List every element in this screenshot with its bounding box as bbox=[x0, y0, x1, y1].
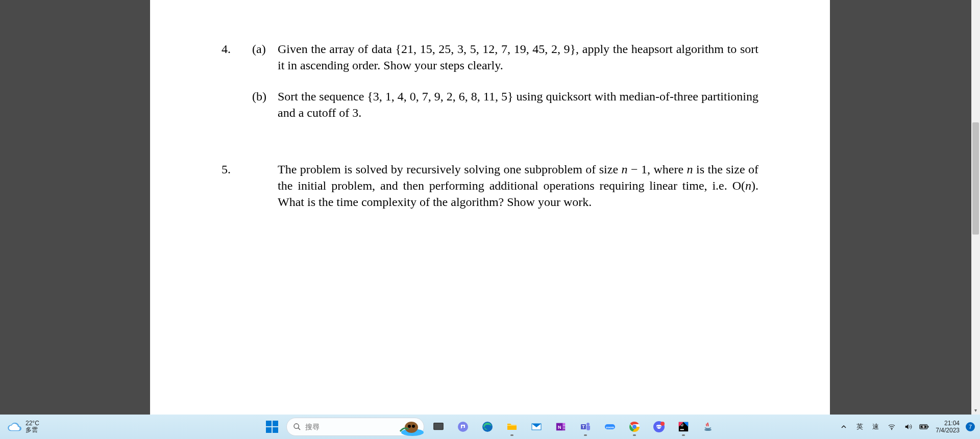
taskbar-clock[interactable]: 21:04 7/4/2023 bbox=[936, 420, 960, 434]
question-text: The problem is solved by recursively sol… bbox=[278, 161, 758, 211]
taskbar-weather-widget[interactable]: 22°C 多雲 bbox=[0, 420, 102, 434]
question-sublabel: (a) bbox=[252, 41, 278, 74]
svg-text:N: N bbox=[558, 425, 561, 430]
task-view-button[interactable] bbox=[428, 417, 449, 437]
clock-date: 7/4/2023 bbox=[936, 427, 960, 434]
svg-point-3 bbox=[405, 422, 418, 433]
weather-cloud-icon bbox=[7, 420, 21, 434]
scrollbar-thumb[interactable] bbox=[972, 122, 979, 235]
page-content: 4. (a) Given the array of data {21, 15, … bbox=[150, 0, 830, 211]
svg-point-9 bbox=[462, 426, 464, 428]
windows-taskbar: 22°C 多雲 bbox=[0, 415, 980, 439]
wifi-button[interactable] bbox=[887, 422, 897, 432]
onenote-icon: N bbox=[555, 421, 567, 432]
q5-var: n bbox=[622, 163, 628, 176]
q5-text-segment: − 1, where bbox=[628, 163, 687, 176]
svg-rect-35 bbox=[928, 426, 929, 427]
folder-icon bbox=[506, 421, 518, 433]
battery-button[interactable] bbox=[919, 422, 929, 432]
q5-var: n bbox=[687, 163, 693, 176]
taskbar-app-mail[interactable] bbox=[526, 417, 547, 437]
chevron-up-icon bbox=[841, 424, 847, 430]
question-4b-row: (b) Sort the sequence {3, 1, 4, 0, 7, 9,… bbox=[222, 88, 758, 121]
svg-text:zoom: zoom bbox=[606, 426, 614, 429]
q5-var: n bbox=[745, 179, 751, 192]
svg-rect-15 bbox=[563, 426, 566, 428]
svg-point-19 bbox=[586, 423, 590, 426]
teams-icon: T bbox=[579, 421, 592, 433]
taskbar-running-indicator bbox=[510, 434, 513, 436]
taskbar-center: N T zoom IJ bbox=[262, 417, 718, 437]
svg-point-4 bbox=[408, 425, 411, 428]
ime-language-indicator[interactable]: 英 bbox=[855, 422, 865, 431]
question-sublabel: (b) bbox=[252, 88, 278, 121]
speaker-icon bbox=[904, 423, 912, 431]
taskbar-app-file-explorer[interactable] bbox=[502, 417, 522, 437]
taskbar-app-discord[interactable] bbox=[649, 417, 669, 437]
svg-rect-7 bbox=[434, 423, 443, 430]
question-sublabel-empty bbox=[252, 161, 278, 211]
scrollbar-track[interactable] bbox=[971, 0, 980, 406]
question-text: Sort the sequence {3, 1, 4, 0, 7, 9, 2, … bbox=[278, 88, 758, 121]
wifi-icon bbox=[888, 423, 896, 431]
taskbar-app-intellij[interactable]: IJ bbox=[673, 417, 694, 437]
weather-condition: 多雲 bbox=[26, 427, 39, 433]
document-page: 4. (a) Given the array of data {21, 15, … bbox=[150, 0, 830, 415]
zoom-icon: zoom bbox=[604, 421, 616, 433]
question-5-row: 5. The problem is solved by recursively … bbox=[222, 161, 758, 211]
svg-point-33 bbox=[891, 429, 892, 430]
volume-button[interactable] bbox=[903, 422, 913, 432]
q5-text-segment: The problem is solved by recursively sol… bbox=[278, 163, 622, 176]
svg-rect-16 bbox=[563, 429, 566, 431]
weather-text: 22°C 多雲 bbox=[26, 420, 39, 433]
start-button[interactable] bbox=[262, 417, 282, 437]
taskbar-app-java[interactable] bbox=[698, 417, 718, 437]
taskbar-app-teams[interactable]: T bbox=[575, 417, 596, 437]
taskbar-app-zoom[interactable]: zoom bbox=[600, 417, 620, 437]
svg-line-1 bbox=[298, 428, 300, 430]
taskbar-running-indicator bbox=[682, 434, 685, 436]
mail-icon bbox=[530, 421, 543, 433]
svg-point-32 bbox=[704, 429, 712, 431]
svg-point-5 bbox=[412, 425, 415, 428]
discord-icon bbox=[653, 421, 665, 433]
taskbar-system-tray: 英 速 21:04 7/4/2023 7 bbox=[839, 420, 975, 434]
search-icon bbox=[293, 423, 301, 431]
svg-rect-31 bbox=[680, 429, 684, 430]
taskbar-app-chrome[interactable] bbox=[624, 417, 645, 437]
svg-text:T: T bbox=[582, 424, 585, 429]
intellij-icon: IJ bbox=[678, 421, 689, 432]
taskbar-app-edge[interactable] bbox=[477, 417, 498, 437]
edge-icon bbox=[481, 421, 494, 433]
question-text: Given the array of data {21, 15, 25, 3, … bbox=[278, 41, 758, 74]
scroll-down-arrow-icon[interactable]: ▾ bbox=[971, 406, 980, 415]
search-mascot-icon bbox=[398, 416, 425, 436]
ime-mode-indicator[interactable]: 速 bbox=[871, 422, 880, 431]
taskbar-app-onenote[interactable]: N bbox=[551, 417, 571, 437]
svg-rect-14 bbox=[563, 423, 566, 426]
question-number-empty bbox=[222, 88, 252, 121]
taskbar-search[interactable] bbox=[286, 418, 424, 436]
vertical-scrollbar[interactable]: ▾ bbox=[971, 0, 980, 415]
pdf-viewer-area: 4. (a) Given the array of data {21, 15, … bbox=[0, 0, 980, 415]
svg-point-26 bbox=[657, 426, 658, 427]
windows-logo-icon bbox=[266, 421, 278, 433]
svg-point-27 bbox=[659, 426, 660, 427]
taskbar-running-indicator bbox=[633, 434, 636, 436]
taskbar-running-indicator bbox=[584, 434, 587, 436]
task-view-icon bbox=[433, 421, 444, 432]
question-number: 5. bbox=[222, 161, 252, 211]
tray-overflow-button[interactable] bbox=[839, 422, 849, 432]
svg-point-28 bbox=[660, 422, 665, 426]
taskbar-app-chat[interactable] bbox=[453, 417, 473, 437]
question-number: 4. bbox=[222, 41, 252, 74]
battery-icon bbox=[919, 423, 929, 430]
chrome-icon bbox=[628, 421, 641, 433]
svg-point-0 bbox=[294, 424, 299, 428]
chat-icon bbox=[457, 421, 469, 433]
notification-badge[interactable]: 7 bbox=[966, 422, 975, 431]
question-4a-row: 4. (a) Given the array of data {21, 15, … bbox=[222, 41, 758, 74]
java-icon bbox=[702, 421, 714, 433]
clock-time: 21:04 bbox=[944, 420, 960, 427]
